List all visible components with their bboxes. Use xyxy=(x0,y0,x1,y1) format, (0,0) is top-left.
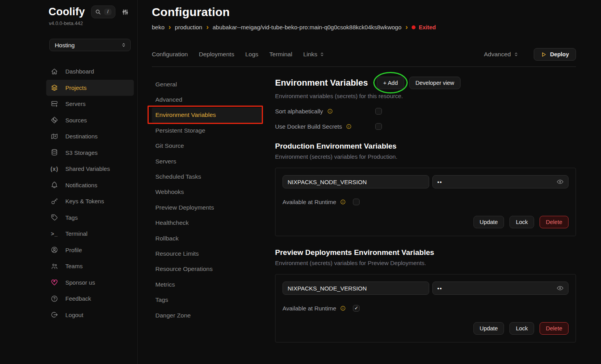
sidebar-item-label: Projects xyxy=(65,84,86,91)
tag-icon xyxy=(50,213,59,221)
status-badge: Exited xyxy=(412,24,436,30)
sidebar-item-label: Servers xyxy=(65,100,86,107)
subnav-item-git-source[interactable]: Git Source xyxy=(152,138,263,154)
chevron-up-down-icon xyxy=(319,52,325,57)
tab-terminal[interactable]: Terminal xyxy=(269,51,292,58)
info-icon xyxy=(346,124,352,129)
available-at-runtime-checkbox[interactable] xyxy=(353,199,360,205)
variable-value-input[interactable] xyxy=(432,175,569,188)
subnav-item-resource-operations[interactable]: Resource Operations xyxy=(152,262,263,277)
subnav-item-metrics[interactable]: Metrics xyxy=(152,277,263,292)
breadcrumb-environment[interactable]: production xyxy=(175,24,202,30)
sidebar-item-notifications[interactable]: Notifications xyxy=(46,177,134,194)
info-icon xyxy=(327,108,333,114)
help-circle-icon xyxy=(50,295,59,303)
subnav-item-webhooks[interactable]: Webhooks xyxy=(152,185,263,200)
sidebar-item-servers[interactable]: Servers xyxy=(46,96,134,112)
layers-icon xyxy=(50,84,59,91)
lock-button[interactable]: Lock xyxy=(509,322,534,335)
chevron-right-icon: › xyxy=(206,23,209,30)
tab-links[interactable]: Links xyxy=(303,51,325,58)
lock-button[interactable]: Lock xyxy=(509,216,534,228)
search-button[interactable]: / xyxy=(91,5,115,18)
variable-name-input[interactable] xyxy=(283,282,429,295)
sidebar-item-shared-variables[interactable]: (x) Shared Variables xyxy=(46,161,134,177)
sidebar-item-label: Notifications xyxy=(65,182,97,188)
subnav-item-tags[interactable]: Tags xyxy=(152,292,263,307)
sidebar-item-dashboard[interactable]: Dashboard xyxy=(46,63,134,80)
team-selector[interactable]: Hosting xyxy=(49,39,131,51)
sidebar-item-terminal[interactable]: >_ Terminal xyxy=(46,226,134,242)
tab-configuration[interactable]: Configuration xyxy=(152,51,188,58)
preview-section-title: Preview Deployments Environment Variable… xyxy=(275,248,576,257)
eye-icon[interactable] xyxy=(556,178,565,186)
breadcrumb-resource[interactable]: abubakar--meigag/vid-tube-beko-pro:main-… xyxy=(212,24,401,30)
advanced-dropdown[interactable]: Advanced xyxy=(484,51,519,58)
sidebar-item-logout[interactable]: Logout xyxy=(46,307,134,323)
sidebar-item-sources[interactable]: Sources xyxy=(46,112,134,129)
subnav-item-advanced[interactable]: Advanced xyxy=(152,92,263,107)
preview-section-description: Environment (secrets) variables for Prev… xyxy=(275,260,576,266)
search-icon xyxy=(95,9,101,15)
sidebar-item-keys-tokens[interactable]: Keys & Tokens xyxy=(46,193,134,210)
subnav-item-servers[interactable]: Servers xyxy=(152,154,263,169)
sidebar: Coolify / v4.0.0-beta.442 Hosting Dashbo… xyxy=(0,0,138,364)
sidebar-item-label: Dashboard xyxy=(65,68,94,75)
sidebar-nav: Dashboard Projects Servers Sources Desti… xyxy=(46,63,134,323)
sidebar-item-tags[interactable]: Tags xyxy=(46,210,134,226)
subnav-item-danger-zone[interactable]: Danger Zone xyxy=(152,308,263,323)
sidebar-item-feedback[interactable]: Feedback xyxy=(46,290,134,307)
delete-button[interactable]: Delete xyxy=(540,322,569,335)
sidebar-item-label: Logout xyxy=(65,312,83,318)
add-variable-button[interactable]: + Add xyxy=(377,77,404,89)
sidebar-item-label: Terminal xyxy=(65,230,88,237)
available-at-runtime-checkbox[interactable] xyxy=(353,305,360,312)
update-button[interactable]: Update xyxy=(473,322,504,335)
sidebar-item-label: Tags xyxy=(65,214,78,221)
tab-deployments[interactable]: Deployments xyxy=(199,51,234,58)
subnav-item-general[interactable]: General xyxy=(152,77,263,92)
panel-description: Environment variables (secrets) for this… xyxy=(275,93,576,99)
deploy-button[interactable]: Deploy xyxy=(534,48,576,61)
breadcrumb: beko › production › abubakar--meigag/vid… xyxy=(152,24,576,30)
update-button[interactable]: Update xyxy=(473,216,504,228)
breadcrumb-project[interactable]: beko xyxy=(152,24,165,30)
docker-build-secrets-checkbox[interactable] xyxy=(375,123,382,130)
sidebar-item-sponsor-us[interactable]: Sponsor us xyxy=(46,274,134,291)
eye-icon[interactable] xyxy=(556,284,565,293)
settings-sliders-icon[interactable] xyxy=(122,9,129,16)
sidebar-item-profile[interactable]: Profile xyxy=(46,242,134,258)
subnav-item-persistent-storage[interactable]: Persistent Storage xyxy=(152,123,263,138)
panel-title: Environment Variables xyxy=(275,78,368,88)
home-icon xyxy=(50,68,59,75)
sidebar-item-s3-storages[interactable]: S3 Storages xyxy=(46,145,134,161)
bell-icon xyxy=(50,181,59,189)
sidebar-item-label: Profile xyxy=(65,247,82,253)
chevron-right-icon: › xyxy=(169,23,171,30)
settings-subnav: GeneralAdvancedEnvironment VariablesPers… xyxy=(152,77,263,364)
subnav-item-preview-deployments[interactable]: Preview Deployments xyxy=(152,200,263,215)
sidebar-item-destinations[interactable]: Destinations xyxy=(46,128,134,145)
variable-value-input[interactable] xyxy=(432,282,569,295)
subnav-item-healthcheck[interactable]: Healthcheck xyxy=(152,215,263,231)
production-section-title: Production Environment Variables xyxy=(275,142,576,151)
subnav-item-scheduled-tasks[interactable]: Scheduled Tasks xyxy=(152,169,263,184)
tab-logs[interactable]: Logs xyxy=(245,51,259,58)
delete-button[interactable]: Delete xyxy=(540,216,569,228)
app-version: v4.0.0-beta.442 xyxy=(46,21,134,26)
subnav-item-rollback[interactable]: Rollback xyxy=(152,231,263,246)
sidebar-item-projects[interactable]: Projects xyxy=(46,80,134,96)
subnav-item-environment-variables[interactable]: Environment Variables xyxy=(152,108,263,123)
tab-links-label: Links xyxy=(303,51,317,58)
sidebar-item-label: Shared Variables xyxy=(65,165,110,172)
developer-view-button[interactable]: Developer view xyxy=(409,77,461,89)
env-var-card-preview: Available at Runtime Update Lock Delete xyxy=(275,274,576,342)
status-label: Exited xyxy=(419,24,436,30)
variable-name-input[interactable] xyxy=(283,175,429,188)
sidebar-item-teams[interactable]: Teams xyxy=(46,258,134,274)
sort-alphabetically-checkbox[interactable] xyxy=(375,108,382,115)
info-icon xyxy=(340,305,346,311)
sort-alphabetically-label: Sort alphabetically xyxy=(275,108,323,115)
database-icon xyxy=(50,149,59,156)
subnav-item-resource-limits[interactable]: Resource Limits xyxy=(152,246,263,261)
